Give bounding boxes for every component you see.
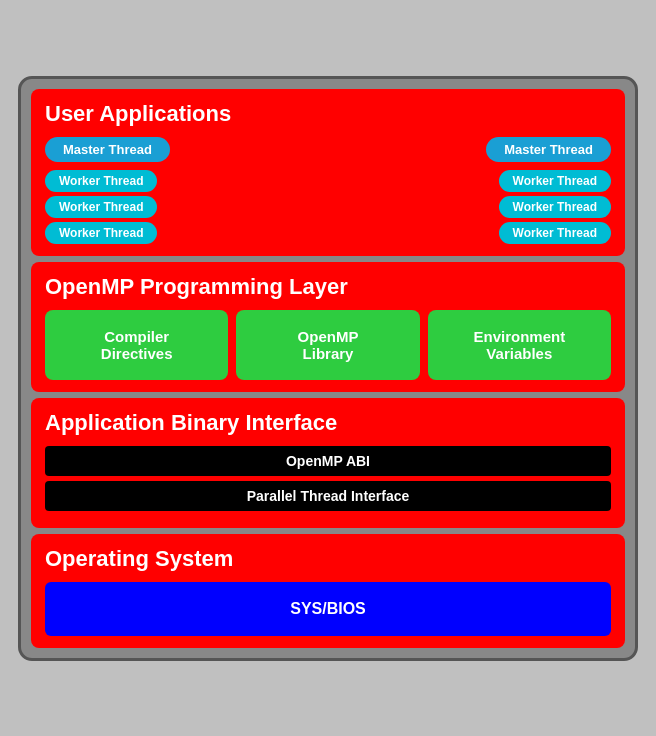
worker-thread-r3: Worker Thread	[499, 222, 611, 244]
os-section: Operating System SYS/BIOS	[31, 534, 625, 648]
worker-thread-l1: Worker Thread	[45, 170, 157, 192]
abi-title: Application Binary Interface	[45, 410, 611, 436]
master-thread-2: Master Thread	[486, 137, 611, 162]
openmp-title: OpenMP Programming Layer	[45, 274, 611, 300]
sysbios-bar: SYS/BIOS	[45, 582, 611, 636]
os-title: Operating System	[45, 546, 611, 572]
openmp-section: OpenMP Programming Layer CompilerDirecti…	[31, 262, 625, 392]
worker-thread-r1: Worker Thread	[499, 170, 611, 192]
master-thread-row: Master Thread Master Thread	[45, 137, 611, 162]
openmp-library-box: OpenMPLibrary	[236, 310, 419, 380]
worker-groups: Worker Thread Worker Thread Worker Threa…	[45, 170, 611, 244]
user-apps-section: User Applications Master Thread Master T…	[31, 89, 625, 256]
main-container: User Applications Master Thread Master T…	[18, 76, 638, 661]
parallel-thread-bar: Parallel Thread Interface	[45, 481, 611, 511]
user-apps-title: User Applications	[45, 101, 611, 127]
abi-section: Application Binary Interface OpenMP ABI …	[31, 398, 625, 528]
threads-area: Master Thread Master Thread Worker Threa…	[45, 137, 611, 244]
master-thread-1: Master Thread	[45, 137, 170, 162]
openmp-abi-bar: OpenMP ABI	[45, 446, 611, 476]
environment-variables-box: EnvironmentVariables	[428, 310, 611, 380]
worker-thread-l3: Worker Thread	[45, 222, 157, 244]
compiler-directives-box: CompilerDirectives	[45, 310, 228, 380]
worker-thread-r2: Worker Thread	[499, 196, 611, 218]
worker-thread-l2: Worker Thread	[45, 196, 157, 218]
workers-left: Worker Thread Worker Thread Worker Threa…	[45, 170, 157, 244]
workers-right: Worker Thread Worker Thread Worker Threa…	[499, 170, 611, 244]
openmp-boxes: CompilerDirectives OpenMPLibrary Environ…	[45, 310, 611, 380]
